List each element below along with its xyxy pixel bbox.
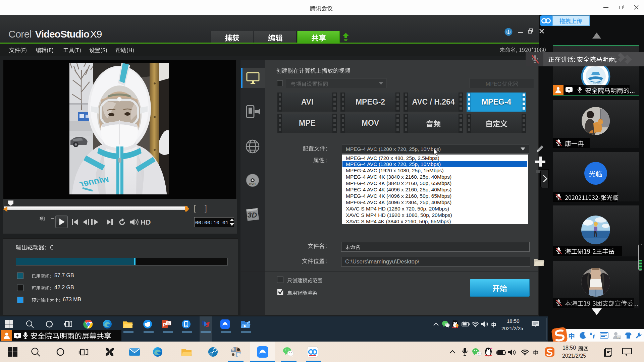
svg-text:P: P bbox=[163, 322, 166, 327]
svg-text:DVD: DVD bbox=[249, 182, 256, 186]
svg-text:3D: 3D bbox=[248, 211, 257, 219]
svg-text:10: 10 bbox=[617, 336, 620, 339]
svg-text:COEDC: COEDC bbox=[593, 81, 601, 84]
